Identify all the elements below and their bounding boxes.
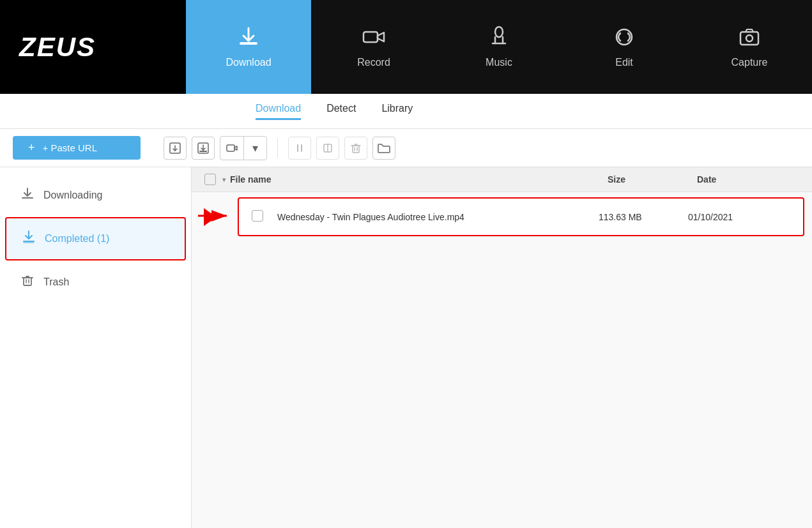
video-dropdown-button[interactable]: ▾ (243, 137, 266, 160)
logo-area: ZEUS (0, 0, 186, 94)
download-nav-icon (237, 26, 260, 52)
pause-button[interactable] (288, 137, 311, 160)
video-options-group: ▾ (220, 136, 267, 160)
sub-tabs: Download Detect Library (0, 94, 812, 129)
file-date: 01/10/2021 (688, 212, 790, 222)
nav-items: Download Record Music (186, 0, 812, 94)
svg-rect-13 (24, 278, 31, 285)
col-header-size: Size (608, 174, 697, 185)
subtab-detect[interactable]: Detect (326, 103, 356, 120)
subtab-download[interactable]: Download (256, 103, 301, 120)
sidebar-label-completed: Completed (1) (45, 233, 109, 245)
svg-point-5 (746, 35, 753, 41)
svg-rect-12 (353, 146, 359, 153)
subtab-library[interactable]: Library (381, 103, 413, 120)
row-checkbox[interactable] (252, 210, 277, 223)
sidebar-item-completed[interactable]: Completed (1) (5, 217, 186, 260)
add-download-button[interactable] (164, 137, 187, 160)
music-nav-icon (487, 26, 510, 52)
downloading-icon (20, 186, 34, 204)
trash-icon (20, 273, 34, 291)
col-header-date: Date (697, 174, 799, 185)
svg-rect-9 (227, 145, 234, 151)
nav-item-music[interactable]: Music (436, 0, 562, 94)
sidebar-item-downloading[interactable]: Downloading (5, 175, 186, 216)
file-name: Wednesday - Twin Plagues Audiotree Live.… (277, 212, 599, 222)
top-bar: ZEUS Download Record (0, 0, 812, 94)
nav-label-edit: Edit (615, 57, 633, 68)
svg-point-2 (495, 27, 503, 37)
nav-item-capture[interactable]: Capture (687, 0, 812, 94)
video-button[interactable] (220, 137, 243, 160)
delete-button[interactable] (344, 137, 367, 160)
record-nav-icon (362, 26, 385, 52)
capture-nav-icon (738, 26, 761, 52)
nav-item-download[interactable]: Download (186, 0, 311, 94)
file-table-header: ▾ File name Size Date (192, 167, 812, 192)
nav-item-edit[interactable]: Edit (562, 0, 687, 94)
download-button[interactable] (192, 137, 215, 160)
file-row[interactable]: Wednesday - Twin Plagues Audiotree Live.… (238, 197, 804, 236)
nav-label-music: Music (486, 57, 512, 68)
sidebar-item-trash[interactable]: Trash (5, 262, 186, 303)
nav-label-capture: Capture (732, 57, 768, 68)
nav-label-download: Download (226, 57, 271, 68)
nav-label-record: Record (357, 57, 390, 68)
edit-nav-icon (613, 26, 636, 52)
sidebar-label-downloading: Downloading (43, 190, 103, 201)
svg-rect-0 (240, 42, 257, 45)
toolbar-divider-1 (277, 139, 278, 158)
col-header-name: File name (230, 174, 608, 185)
completed-icon (22, 230, 36, 248)
open-folder-button[interactable] (372, 137, 395, 160)
file-size: 113.63 MB (599, 212, 688, 222)
paste-url-button[interactable]: + + Paste URL (13, 136, 141, 160)
plus-icon: + (28, 141, 35, 155)
toolbar: + + Paste URL ▾ (0, 129, 812, 167)
check-dropdown-arrow[interactable]: ▾ (222, 176, 226, 183)
stop-button[interactable] (316, 137, 339, 160)
dropdown-arrow-icon: ▾ (252, 141, 258, 155)
sidebar-label-trash: Trash (43, 276, 69, 288)
nav-item-record[interactable]: Record (311, 0, 436, 94)
svg-rect-8 (199, 151, 207, 152)
header-checkbox[interactable] (204, 174, 216, 185)
svg-rect-4 (740, 32, 758, 45)
app-logo: ZEUS (19, 32, 96, 63)
select-all-check[interactable]: ▾ (204, 174, 230, 185)
file-area: ▾ File name Size Date (192, 167, 812, 528)
main-content: Downloading Completed (1) (0, 167, 812, 528)
sidebar: Downloading Completed (1) (0, 167, 192, 528)
svg-rect-1 (364, 32, 378, 42)
paste-url-label: + Paste URL (43, 142, 97, 153)
